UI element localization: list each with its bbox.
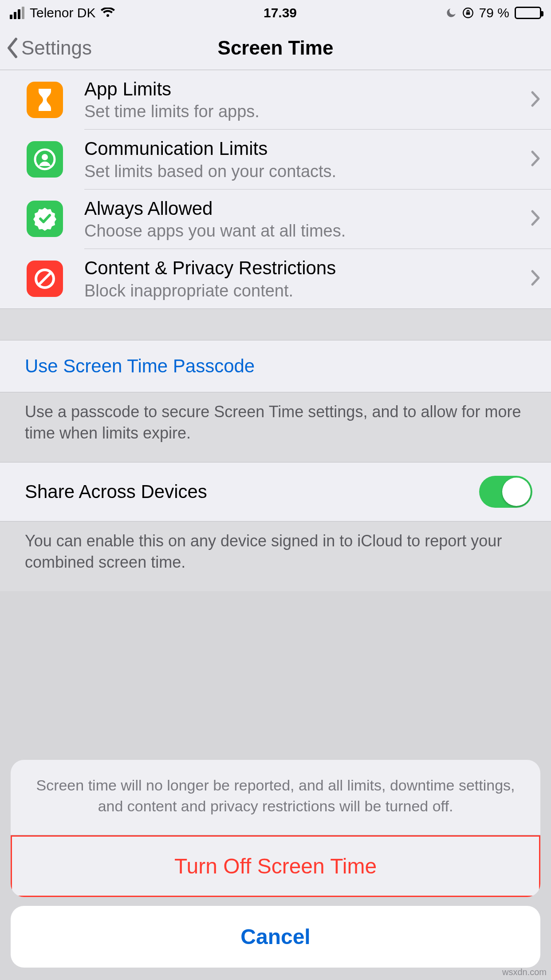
cellular-signal-icon — [10, 7, 24, 19]
action-sheet-message: Screen time will no longer be reported, … — [11, 760, 540, 835]
checkmark-seal-icon — [27, 201, 63, 237]
row-app-limits[interactable]: App Limits Set time limits for apps. — [0, 70, 551, 129]
status-left: Telenor DK — [10, 5, 115, 20]
hourglass-icon — [27, 82, 63, 118]
svg-point-2 — [42, 154, 48, 160]
row-title: Always Allowed — [84, 198, 525, 220]
watermark: wsxdn.com — [502, 967, 547, 977]
contact-icon — [27, 141, 63, 178]
back-button[interactable]: Settings — [0, 37, 92, 59]
back-label: Settings — [21, 37, 92, 59]
no-entry-icon — [27, 261, 63, 297]
orientation-lock-icon — [462, 7, 474, 19]
row-title: Content & Privacy Restrictions — [84, 257, 525, 279]
share-label: Share Across Devices — [25, 481, 479, 502]
action-sheet-main: Screen time will no longer be reported, … — [11, 760, 540, 897]
settings-group: App Limits Set time limits for apps. Com… — [0, 70, 551, 308]
navigation-bar: Settings Screen Time — [0, 26, 551, 70]
action-sheet: Screen time will no longer be reported, … — [11, 760, 540, 968]
cancel-button[interactable]: Cancel — [11, 906, 540, 968]
use-passcode-link[interactable]: Use Screen Time Passcode — [0, 340, 551, 392]
row-title: Communication Limits — [84, 138, 525, 160]
share-footer: You can enable this on any device signed… — [0, 522, 551, 591]
status-right: 79 % — [445, 5, 541, 20]
do-not-disturb-icon — [445, 7, 457, 19]
share-toggle[interactable] — [479, 476, 532, 508]
turn-off-screen-time-button[interactable]: Turn Off Screen Time — [11, 835, 540, 897]
chevron-right-icon — [531, 269, 540, 288]
row-title: App Limits — [84, 78, 525, 100]
row-always-allowed[interactable]: Always Allowed Choose apps you want at a… — [0, 190, 551, 249]
battery-icon — [515, 7, 541, 19]
chevron-right-icon — [531, 150, 540, 169]
passcode-footer: Use a passcode to secure Screen Time set… — [0, 392, 551, 462]
chevron-right-icon — [531, 91, 540, 109]
section-spacer — [0, 308, 551, 340]
status-bar: Telenor DK 17.39 79 % — [0, 0, 551, 26]
chevron-left-icon — [6, 37, 19, 59]
row-subtitle: Choose apps you want at all times. — [84, 221, 525, 241]
svg-line-4 — [39, 273, 51, 285]
row-subtitle: Block inappropriate content. — [84, 281, 525, 300]
row-subtitle: Set limits based on your contacts. — [84, 162, 525, 181]
status-time: 17.39 — [264, 5, 297, 20]
row-communication-limits[interactable]: Communication Limits Set limits based on… — [0, 130, 551, 189]
battery-percent: 79 % — [479, 5, 509, 20]
row-content-privacy[interactable]: Content & Privacy Restrictions Block ina… — [0, 249, 551, 308]
carrier-label: Telenor DK — [30, 5, 95, 20]
row-subtitle: Set time limits for apps. — [84, 102, 525, 121]
wifi-icon — [101, 8, 115, 18]
chevron-right-icon — [531, 209, 540, 228]
row-share-across-devices[interactable]: Share Across Devices — [0, 462, 551, 522]
